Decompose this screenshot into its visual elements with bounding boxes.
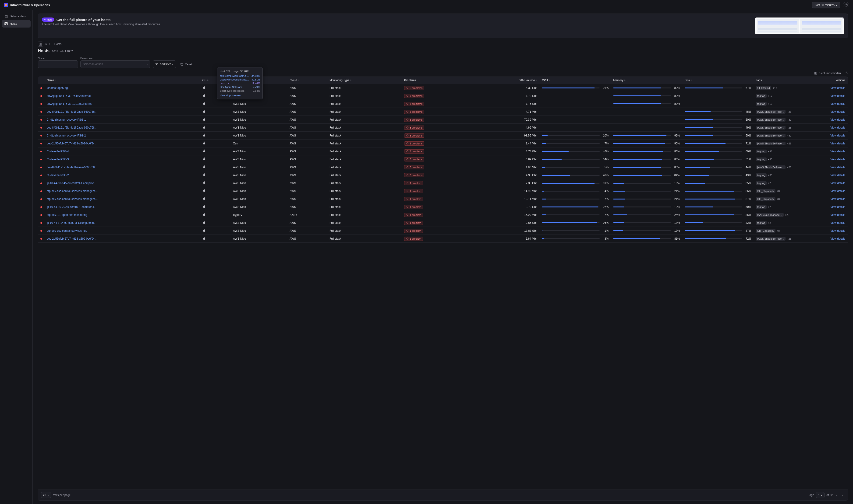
- host-name-link[interactable]: CI-deve2e PSG-4: [47, 150, 98, 153]
- table-row[interactable]: CI-deve2e PSG-3AWS NitroAWSFull stack3 p…: [38, 156, 848, 163]
- problems-badge[interactable]: 3 problems: [404, 165, 424, 169]
- host-name-link[interactable]: CI-dtc-disaster-recovery PSG-1: [47, 118, 98, 121]
- tag-more[interactable]: +8: [777, 198, 780, 200]
- page-next-button[interactable]: ›: [841, 492, 845, 498]
- problems-badge[interactable]: 3 problems: [404, 110, 424, 114]
- host-name-link[interactable]: dtp-dev-csc-central-services management: [47, 190, 98, 193]
- table-row[interactable]: dtp-dev-csc-central-services hubAWS Nitr…: [38, 227, 848, 235]
- view-details-link[interactable]: View details: [796, 174, 845, 177]
- host-name-link[interactable]: dtp-dev-csc-central-services management: [47, 197, 98, 201]
- tag-pill[interactable]: CI_StackId: [756, 86, 771, 90]
- tag-more[interactable]: +8: [777, 229, 780, 232]
- tag-pill[interactable]: tag:tag: [756, 102, 767, 106]
- problems-badge[interactable]: 3 problems: [404, 133, 424, 138]
- table-row[interactable]: dtp-dev-csc-central-services managementA…: [38, 187, 848, 195]
- tag-more[interactable]: +28: [787, 166, 791, 169]
- view-details-link[interactable]: View details: [796, 213, 845, 217]
- tag-more[interactable]: +16: [768, 103, 772, 105]
- problems-badge[interactable]: 1 problem: [404, 221, 423, 225]
- host-name-link[interactable]: dev-8f0b1121-f5fe-4e1f-9aae-660c7686…: [47, 126, 98, 129]
- tag-more[interactable]: +2: [768, 182, 771, 184]
- view-details-link[interactable]: View details: [796, 118, 845, 121]
- tag-pill[interactable]: [Azure]aks-manage…: [756, 213, 783, 217]
- table-row[interactable]: ip-10-44-8-14.eu-central-1.compute.inte……: [38, 219, 848, 227]
- col-cpu[interactable]: CPU⇅: [540, 77, 611, 84]
- tag-more[interactable]: +28: [787, 110, 791, 113]
- tag-pill[interactable]: tag:tag: [756, 158, 767, 161]
- sidebar-item-data-centers[interactable]: Data centers: [2, 13, 31, 20]
- table-row[interactable]: dev-8f0b1121-f5fe-4e1f-9aae-660c7686…AWS…: [38, 108, 848, 116]
- table-row[interactable]: ip-10-44-10-70.eu-central-1.compute.int……: [38, 203, 848, 211]
- problems-badge[interactable]: 1 problem: [404, 205, 423, 209]
- problems-badge[interactable]: 7 problems: [404, 102, 424, 106]
- problems-badge[interactable]: 7 problems: [404, 94, 424, 98]
- host-name-link[interactable]: CI-deve2e PSG-2: [47, 174, 98, 177]
- tag-pill[interactable]: Dtp_Capability: [756, 229, 776, 233]
- breadcrumb-layout-button[interactable]: [38, 41, 43, 47]
- page-select[interactable]: 1 ▾: [816, 492, 825, 498]
- view-details-link[interactable]: View details: [796, 94, 845, 97]
- view-details-link[interactable]: View details: [796, 221, 845, 224]
- problems-badge[interactable]: 9 problems: [404, 86, 424, 90]
- table-row[interactable]: dev-8f0b1121-f5fe-4e1f-9aae-660c7686…AWS…: [38, 163, 848, 171]
- breadcrumb-root[interactable]: I&O: [45, 42, 50, 46]
- tag-more[interactable]: +2: [768, 205, 771, 209]
- table-row[interactable]: dtp-dev-csc-central-services managementA…: [38, 195, 848, 203]
- host-name-link[interactable]: ip-10-44-10-70.eu-central-1.compute.int…: [47, 205, 98, 209]
- table-row[interactable]: loadtest-dpp5-ag0AWS NitroAWSFull stack9…: [38, 84, 848, 92]
- view-details-link[interactable]: View details: [796, 197, 845, 201]
- host-name-link[interactable]: dtp-dev101-apprt self-monitoring: [47, 213, 98, 217]
- host-name-link[interactable]: ip-10-44-10-145.eu-central-1.compute.in…: [47, 182, 98, 185]
- page-prev-button[interactable]: ‹: [835, 492, 839, 498]
- tag-more[interactable]: +33: [768, 174, 772, 177]
- problems-badge[interactable]: 3 problems: [404, 149, 424, 154]
- tag-pill[interactable]: [AWS]ShouldBeRese…: [756, 118, 785, 122]
- view-details-link[interactable]: View details: [796, 126, 845, 129]
- tag-more[interactable]: +33: [768, 158, 772, 161]
- col-memory[interactable]: Memory⇅: [611, 77, 682, 84]
- time-range-button[interactable]: Last 30 minutes ▾: [812, 2, 840, 8]
- view-all-processes-link[interactable]: View all processes: [217, 93, 262, 97]
- table-row[interactable]: dev-2d55efcb-57d7-4d18-a5b9-0b6f943e…Xen…: [38, 140, 848, 147]
- problems-badge[interactable]: 3 problems: [404, 157, 424, 161]
- view-details-link[interactable]: View details: [796, 142, 845, 145]
- host-name-link[interactable]: CI-dtc-disaster-recovery PSG-2: [47, 134, 98, 137]
- host-name-link[interactable]: dev-2d55efcb-57d7-4d18-a5b9-0b6f943e…: [47, 237, 98, 240]
- tag-pill[interactable]: tag:tag: [756, 94, 767, 98]
- tag-more[interactable]: +2: [768, 221, 771, 224]
- table-row[interactable]: CI-deve2e PSG-4AWS NitroAWSFull stack3 p…: [38, 147, 848, 156]
- host-name-link[interactable]: envAg ip-10-176-33-101.ec2.internal: [47, 102, 98, 106]
- tag-pill[interactable]: Dtp_Capability: [756, 189, 776, 193]
- add-filter-button[interactable]: Add filter ▾: [153, 60, 176, 68]
- tag-pill[interactable]: [AWS]ShouldBeRese…: [756, 237, 785, 240]
- problems-badge[interactable]: 3 problems: [404, 126, 424, 130]
- download-button[interactable]: [845, 71, 848, 75]
- table-row[interactable]: dev-2d55efcb-57d7-4d18-a5b9-0b6f943e…AWS…: [38, 235, 848, 243]
- tag-more[interactable]: +28: [787, 142, 791, 145]
- tag-pill[interactable]: tag:tag: [756, 173, 767, 177]
- host-name-link[interactable]: dev-8f0b1121-f5fe-4e1f-9aae-660c7686…: [47, 110, 98, 113]
- view-details-link[interactable]: View details: [796, 102, 845, 106]
- table-row[interactable]: envAg ip-10-176-33-101.ec2.internalAWS N…: [38, 100, 848, 108]
- view-details-link[interactable]: View details: [796, 150, 845, 153]
- view-details-link[interactable]: View details: [796, 190, 845, 193]
- problems-badge[interactable]: 3 problems: [404, 141, 424, 146]
- reset-filters-button[interactable]: Reset: [178, 61, 194, 68]
- host-name-link[interactable]: loadtest-dpp5-ag0: [47, 86, 98, 90]
- problems-badge[interactable]: 1 problem: [404, 197, 423, 201]
- host-name-link[interactable]: dev-2d55efcb-57d7-4d18-a5b9-0b6f943e…: [47, 142, 98, 145]
- tag-pill[interactable]: tag:tag: [756, 181, 767, 185]
- tag-more[interactable]: +28: [787, 126, 791, 129]
- tag-pill[interactable]: [AWS]ShouldBeRese…: [756, 142, 785, 145]
- help-button[interactable]: [843, 2, 849, 8]
- col-problems[interactable]: Problems↓: [402, 77, 471, 84]
- host-name-link[interactable]: dtp-dev-csc-central-services hub: [47, 229, 98, 232]
- banner-close-button[interactable]: [841, 17, 845, 21]
- tag-pill[interactable]: [AWS]ShouldBeRese…: [756, 110, 785, 114]
- view-details-link[interactable]: View details: [796, 182, 845, 185]
- host-name-link[interactable]: CI-deve2e PSG-3: [47, 158, 98, 161]
- tag-more[interactable]: +30: [787, 134, 791, 137]
- tag-more[interactable]: +33: [768, 150, 772, 153]
- problems-badge[interactable]: 1 problem: [404, 189, 423, 193]
- problems-badge[interactable]: 1 problem: [404, 229, 423, 233]
